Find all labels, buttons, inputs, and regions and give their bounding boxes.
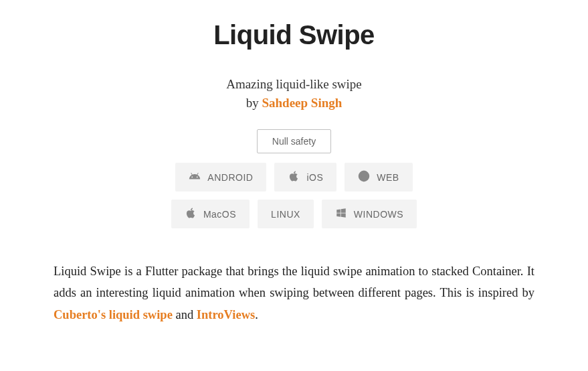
android-icon [189, 170, 201, 184]
platform-badge-ios[interactable]: iOS [274, 163, 336, 192]
apple-icon [288, 170, 300, 184]
byline: by Sahdeep Singh [54, 96, 534, 110]
platform-label: MacOS [203, 209, 236, 220]
platform-label: WEB [377, 172, 399, 183]
platform-label: iOS [306, 172, 323, 183]
globe-icon [358, 170, 370, 184]
author-link[interactable]: Sahdeep Singh [262, 96, 342, 110]
windows-icon [335, 207, 347, 221]
byline-prefix: by [246, 96, 262, 110]
subtitle: Amazing liquid-like swipe [54, 77, 534, 92]
cuberto-link[interactable]: Cuberto's liquid swipe [54, 308, 173, 321]
platform-label: LINUX [271, 209, 300, 220]
platform-badge-linux[interactable]: LINUX [258, 200, 314, 228]
description: Liquid Swipe is a Flutter package that b… [54, 261, 534, 325]
platform-badge-windows[interactable]: WINDOWS [322, 200, 417, 228]
description-text: . [255, 308, 258, 321]
introviews-link[interactable]: IntroViews [197, 308, 255, 321]
description-text: Liquid Swipe is a Flutter package that b… [54, 265, 534, 299]
apple-icon [185, 207, 197, 221]
null-safety-badge[interactable]: Null safety [257, 129, 331, 153]
platform-badge-macos[interactable]: MacOS [171, 200, 250, 228]
page-title: Liquid Swipe [54, 20, 534, 50]
platform-label: ANDROID [207, 172, 253, 183]
platform-label: WINDOWS [354, 209, 403, 220]
description-text: and [173, 308, 197, 321]
platform-row-2: MacOS LINUX WINDOWS [54, 200, 534, 228]
platform-badge-web[interactable]: WEB [345, 163, 412, 192]
platform-badge-android[interactable]: ANDROID [175, 163, 266, 192]
platform-row-1: ANDROID iOS WEB [54, 163, 534, 192]
